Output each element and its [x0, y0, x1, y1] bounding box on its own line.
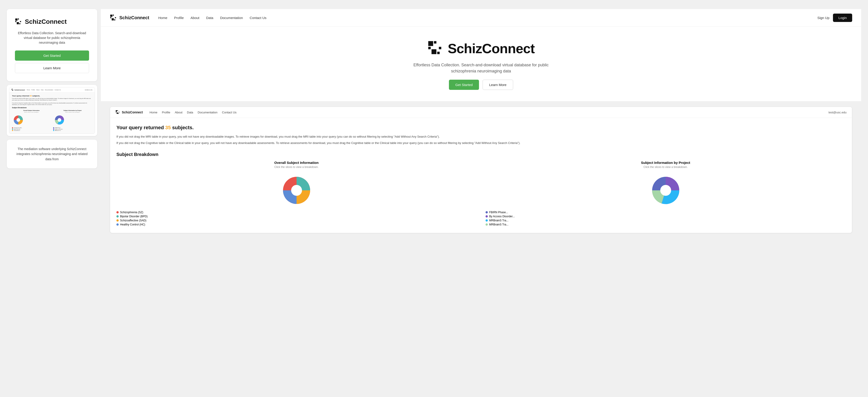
svg-rect-10 [13, 90, 13, 91]
left-learn-more-button[interactable]: Learn More [15, 63, 89, 73]
legend-dot-sad [116, 219, 119, 222]
mini-nav-email: test@usc.edu [85, 89, 92, 90]
sc-pie1 [12, 114, 25, 126]
screenshot-inner: SchizConnect Home Profile About Data Doc… [9, 87, 95, 134]
legend-label-sad: Schizoaffective (SAD) [120, 219, 147, 222]
pie-chart-2[interactable] [648, 172, 684, 208]
mini-nav: SchizConnect Home Profile About Data Doc… [9, 87, 95, 92]
navbar-links: Home Profile About Data Documentation Co… [158, 16, 267, 20]
svg-rect-20 [114, 19, 115, 20]
nav-documentation[interactable]: Documentation [220, 16, 243, 20]
legend-dot-bpd [116, 215, 119, 218]
login-button[interactable]: Login [833, 13, 852, 22]
chart1-pie-container [116, 172, 476, 208]
legend-dot-sz [116, 211, 119, 214]
navbar-logo-icon [110, 14, 117, 22]
right-panel: SchizConnect Home Profile About Data Doc… [101, 9, 861, 388]
legend-label-hc: Healthy Control (HC) [120, 223, 145, 226]
inner-logo-icon [116, 110, 120, 115]
svg-rect-33 [119, 112, 119, 113]
chart2-pie-container [486, 172, 846, 208]
inner-nav-contact-us[interactable]: Contact Us [222, 111, 237, 114]
bottom-text: The mediation software underlying SchizC… [15, 146, 89, 162]
hero-logo: SchizConnect [428, 40, 535, 57]
mini-nav-logo: SchizConnect [11, 89, 25, 91]
mini-nav-documentation: Documentation [45, 89, 53, 90]
charts-row: Overall Subject Information Click the sl… [116, 161, 846, 226]
svg-rect-1 [18, 19, 19, 20]
svg-rect-24 [428, 47, 431, 49]
sc-chart2-title: Subject Information by Project [53, 110, 92, 111]
hero-learn-more-button[interactable]: Learn More [483, 80, 513, 90]
chart1-sub: Click the slices to view a breakdown. [116, 166, 476, 169]
svg-rect-23 [434, 41, 436, 44]
left-get-started-button[interactable]: Get Started [15, 51, 89, 61]
mini-nav-profile: Profile [31, 89, 35, 90]
svg-point-13 [17, 118, 20, 122]
left-brand-name: SchizConnect [25, 18, 67, 25]
svg-point-15 [58, 118, 61, 122]
query-count: 35 [165, 125, 170, 131]
subject-breakdown-title: Subject Breakdown [116, 152, 846, 157]
legend-dot-mcic [486, 215, 488, 218]
svg-rect-26 [437, 52, 440, 54]
svg-rect-27 [439, 47, 441, 49]
screenshot-content: Your query returned 35 subjects. If you … [9, 92, 95, 134]
svg-rect-32 [118, 113, 119, 114]
hero-section: SchizConnect Effortless Data Collection.… [101, 27, 861, 101]
content-body: Your query returned 35 subjects. If you … [110, 118, 852, 233]
nav-contact-us[interactable]: Contact Us [250, 16, 267, 20]
svg-rect-6 [12, 89, 12, 90]
nav-profile[interactable]: Profile [174, 16, 184, 20]
nav-home[interactable]: Home [158, 16, 167, 20]
svg-rect-11 [13, 90, 13, 90]
svg-rect-4 [19, 23, 20, 24]
left-logo-area: SchizConnect [15, 18, 89, 25]
inner-navbar-email: test@usc.edu [829, 111, 846, 114]
sc-description: If you did not drag the MRI table in you… [12, 98, 92, 101]
svg-rect-31 [117, 113, 118, 114]
svg-rect-17 [113, 15, 114, 16]
sc-description-2: If you did not drag the Cognitive table … [12, 102, 92, 106]
legend-label-mrbrains: MRBrainS Tra... [489, 223, 508, 226]
legend-label-sz: Schizophrenia (SZ) [120, 211, 143, 214]
sc-subject-breakdown-title: Subject Breakdown [12, 107, 92, 108]
inner-nav-data[interactable]: Data [187, 111, 193, 114]
inner-navbar-brand-name: SchizConnect [122, 110, 143, 114]
chart2-title: Subject Information by Project [486, 161, 846, 165]
svg-rect-8 [12, 90, 12, 90]
legend-label-nmorph: MRBrainS Tra... [489, 219, 508, 222]
nav-about[interactable]: About [191, 16, 199, 20]
sc-pie1-legend: Schizophrenia (SZ)... Bipolar Disorder..… [12, 127, 51, 131]
svg-rect-7 [12, 89, 13, 89]
legend-label-bpd: Bipolar Disorder (BPD) [120, 215, 148, 218]
svg-point-35 [291, 185, 302, 196]
hero-brand-name: SchizConnect [448, 41, 535, 56]
hero-get-started-button[interactable]: Get Started [449, 80, 479, 90]
left-panel: SchizConnect Effortless Data Collection.… [7, 9, 97, 388]
navbar-brand[interactable]: SchizConnect [110, 14, 149, 22]
nav-data[interactable]: Data [206, 16, 213, 20]
chart2-legend: FBIRN Phase... By Access Disorder... MRB… [486, 211, 846, 226]
screenshot-card: SchizConnect Home Profile About Data Doc… [7, 85, 97, 136]
hero-cta-row: Get Started Learn More [449, 80, 513, 90]
svg-rect-25 [432, 49, 436, 54]
query-desc-2: If you did not drag the Cognitive table … [116, 141, 846, 145]
left-tagline: Effortless Data Collection. Search-and-d… [15, 31, 89, 45]
inner-nav-about[interactable]: About [175, 111, 182, 114]
inner-nav-home[interactable]: Home [150, 111, 158, 114]
inner-nav-documentation[interactable]: Documentation [198, 111, 217, 114]
pie-chart-1[interactable] [278, 172, 315, 208]
sc-query-count: 35 [30, 95, 32, 97]
inner-nav-profile[interactable]: Profile [162, 111, 170, 114]
mini-nav-about: About [36, 89, 39, 90]
sc-query-title: Your query returned 35 subjects. [12, 95, 92, 97]
legend-label-fbirn: FBIRN Phase... [489, 211, 508, 214]
inner-navbar: SchizConnect Home Profile About Data Doc… [110, 107, 852, 118]
mini-nav-home: Home [27, 89, 30, 90]
chart2-sub: Click the slices to view a breakdown. [486, 166, 846, 169]
logo-icon [15, 18, 22, 25]
main-content-card: SchizConnect Home Profile About Data Doc… [110, 107, 852, 233]
sign-up-button[interactable]: Sign Up [817, 16, 829, 20]
left-intro-card: SchizConnect Effortless Data Collection.… [7, 9, 97, 81]
